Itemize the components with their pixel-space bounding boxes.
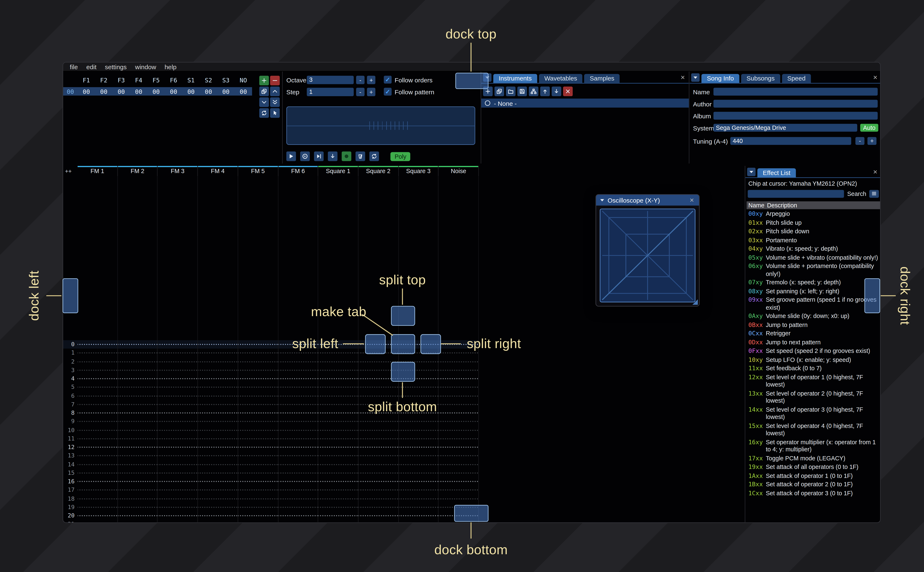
pattern-cell[interactable] bbox=[158, 452, 198, 460]
poly-button[interactable]: Poly bbox=[390, 152, 411, 161]
pattern-cell[interactable] bbox=[399, 469, 439, 477]
channel-header-noise[interactable]: Noise bbox=[439, 166, 479, 176]
pattern-cell[interactable] bbox=[358, 452, 399, 460]
order-duplicate-button[interactable] bbox=[259, 87, 269, 96]
tab-song-info[interactable]: Song Info bbox=[701, 74, 739, 83]
order-cell[interactable]: 00 bbox=[147, 88, 165, 95]
pattern-cell[interactable] bbox=[238, 452, 278, 460]
pattern-cell[interactable] bbox=[278, 503, 318, 511]
menu-item-settings[interactable]: settings bbox=[101, 62, 131, 71]
pattern-cell[interactable] bbox=[78, 460, 118, 469]
pattern-cell[interactable] bbox=[439, 486, 479, 494]
pattern-cell[interactable] bbox=[439, 426, 479, 434]
pattern-cell[interactable] bbox=[439, 469, 479, 477]
channel-header-square-3[interactable]: Square 3 bbox=[399, 166, 439, 176]
pattern-cell[interactable] bbox=[358, 520, 399, 523]
effect-row[interactable]: 0FxxSet speed (speed 2 if no grooves exi… bbox=[746, 347, 880, 356]
pattern-cell[interactable] bbox=[238, 340, 278, 349]
channel-header-fm-3[interactable]: FM 3 bbox=[158, 166, 198, 176]
pattern-cell[interactable] bbox=[78, 357, 118, 366]
pattern-cell[interactable] bbox=[238, 469, 278, 477]
pattern-cell[interactable] bbox=[318, 486, 358, 494]
pattern-cell[interactable] bbox=[198, 375, 238, 383]
author-input[interactable] bbox=[714, 100, 878, 107]
pattern-cell[interactable] bbox=[399, 511, 439, 520]
pattern-cell[interactable] bbox=[238, 383, 278, 392]
order-add-button[interactable] bbox=[259, 76, 269, 85]
pattern-cell[interactable] bbox=[238, 409, 278, 417]
pattern-cell[interactable] bbox=[238, 494, 278, 503]
pattern-cell[interactable] bbox=[358, 443, 399, 452]
pattern-cell[interactable] bbox=[318, 409, 358, 417]
pattern-cell[interactable] bbox=[358, 383, 399, 392]
pattern-cell[interactable] bbox=[399, 494, 439, 503]
pattern-cell[interactable] bbox=[358, 486, 399, 494]
order-remove-button[interactable] bbox=[270, 76, 280, 85]
channel-header-fm-5[interactable]: FM 5 bbox=[238, 166, 278, 176]
pattern-cell[interactable] bbox=[158, 469, 198, 477]
pattern-cell[interactable] bbox=[238, 486, 278, 494]
close-icon[interactable]: × bbox=[679, 73, 687, 82]
pattern-cell[interactable] bbox=[358, 392, 399, 400]
step-input[interactable]: 1 bbox=[307, 88, 354, 96]
pattern-cell[interactable] bbox=[278, 392, 318, 400]
pattern-cell[interactable] bbox=[238, 357, 278, 366]
tuning-decrease-button[interactable]: - bbox=[855, 137, 864, 145]
pattern-cell[interactable] bbox=[439, 452, 479, 460]
name-input[interactable] bbox=[714, 88, 878, 96]
pattern-cell[interactable] bbox=[118, 452, 158, 460]
pattern-cell[interactable] bbox=[278, 477, 318, 486]
pattern-cell[interactable] bbox=[318, 511, 358, 520]
pattern-cell[interactable] bbox=[399, 392, 439, 400]
order-cell[interactable]: 00 bbox=[165, 88, 182, 95]
dock-right-target[interactable] bbox=[864, 278, 880, 313]
pattern-cell[interactable] bbox=[278, 434, 318, 443]
song-info-tab-list-button[interactable] bbox=[691, 73, 700, 82]
close-icon[interactable]: × bbox=[871, 73, 879, 82]
pattern-cell[interactable] bbox=[158, 392, 198, 400]
pattern-cell[interactable] bbox=[78, 366, 118, 375]
orders-selected-row[interactable]: 0000000000000000000000 bbox=[63, 87, 252, 96]
pattern-cell[interactable] bbox=[118, 409, 158, 417]
step-decrease-button[interactable]: - bbox=[356, 88, 365, 96]
pattern-expand-button[interactable]: ++ bbox=[63, 166, 78, 176]
close-icon[interactable]: × bbox=[687, 195, 696, 205]
pattern-cell[interactable] bbox=[78, 520, 118, 523]
pattern-cell[interactable] bbox=[158, 434, 198, 443]
oscilloscope-title-bar[interactable]: Oscilloscope (X-Y) × bbox=[596, 195, 699, 206]
effect-list-menu-button[interactable] bbox=[869, 190, 879, 197]
pattern-cell[interactable] bbox=[318, 426, 358, 434]
pattern-cell[interactable] bbox=[158, 340, 198, 349]
pattern-cell[interactable] bbox=[399, 443, 439, 452]
pattern-cell[interactable] bbox=[439, 366, 479, 375]
pattern-cell[interactable] bbox=[278, 486, 318, 494]
pattern-cell[interactable] bbox=[78, 417, 118, 426]
step-row-button[interactable] bbox=[314, 152, 324, 161]
dock-left-target[interactable] bbox=[62, 278, 78, 313]
pattern-cell[interactable] bbox=[399, 503, 439, 511]
pattern-cell[interactable] bbox=[118, 460, 158, 469]
pattern-cell[interactable] bbox=[118, 417, 158, 426]
pattern-cell[interactable] bbox=[78, 511, 118, 520]
tuning-increase-button[interactable]: + bbox=[868, 137, 877, 145]
dock-bottom-target[interactable] bbox=[454, 505, 489, 522]
pattern-cell[interactable] bbox=[399, 434, 439, 443]
piano-widget[interactable] bbox=[287, 106, 475, 145]
pattern-cell[interactable] bbox=[158, 357, 198, 366]
effect-list-tab-list-button[interactable] bbox=[747, 168, 756, 176]
effect-row[interactable]: 1BxxSet attack of operator 2 (0 to 1F) bbox=[746, 480, 880, 489]
play-from-cursor-button[interactable] bbox=[328, 152, 338, 161]
close-icon[interactable]: × bbox=[871, 167, 879, 177]
pattern-cell[interactable] bbox=[278, 460, 318, 469]
effect-row[interactable]: 00xyArpeggio bbox=[746, 210, 880, 219]
menu-item-help[interactable]: help bbox=[160, 62, 181, 71]
pattern-cell[interactable] bbox=[118, 469, 158, 477]
pattern-cell[interactable] bbox=[399, 460, 439, 469]
pattern-cell[interactable] bbox=[278, 375, 318, 383]
pattern-cell[interactable] bbox=[358, 469, 399, 477]
pattern-cell[interactable] bbox=[278, 409, 318, 417]
instrument-move-down-button[interactable] bbox=[552, 87, 561, 96]
pattern-cell[interactable] bbox=[439, 477, 479, 486]
instrument-dir-button[interactable] bbox=[529, 87, 538, 96]
instrument-duplicate-button[interactable] bbox=[494, 87, 504, 96]
